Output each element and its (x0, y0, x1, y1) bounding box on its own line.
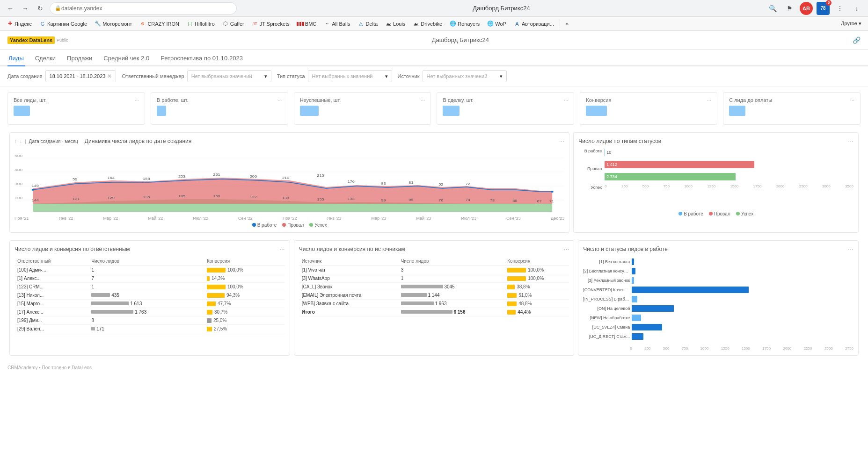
tab-sredniy-chek[interactable]: Средний чек 2.0 (102, 51, 150, 66)
share-button[interactable]: 🔗 (853, 36, 861, 44)
line-chart-legend: В работе Провал Успех (15, 222, 564, 228)
kpi-lead-to-payment-value (729, 106, 854, 116)
filter-source-label: Источник (398, 73, 420, 79)
svg-text:133: 133 (348, 197, 355, 201)
hiflo-icon: H (187, 21, 193, 27)
kpi-unsuccessful-menu[interactable]: ··· (421, 97, 425, 103)
bookmark-google-images[interactable]: G Картинки Google (36, 20, 90, 28)
bookmark-button[interactable]: ⚑ (783, 2, 796, 15)
svg-point-43 (551, 191, 554, 193)
table-row: [1] Алекс... 7 14,3% (15, 274, 285, 283)
svg-text:52: 52 (438, 183, 444, 187)
search-button[interactable]: 🔍 (766, 2, 779, 15)
download-button[interactable]: ↓ (850, 2, 863, 15)
filter-status-input[interactable]: Нет выбранных значений ▾ (308, 70, 392, 82)
bookmark-hiflofiltro[interactable]: H Hiflofiltro (184, 20, 218, 28)
datalens-header: Yandex DataLens Public Дашборд Битрикс24… (0, 31, 868, 50)
filter-manager-group: Ответственный менеджер Нет выбранных зна… (122, 70, 271, 82)
svg-text:155: 155 (317, 198, 324, 201)
bookmark-more[interactable]: » (563, 20, 571, 28)
tab-retrospektiva[interactable]: Ретроспектива по 01.10.2023 (160, 51, 244, 66)
bookmark-all-balls[interactable]: ~ All Balls (321, 20, 353, 28)
kpi-all-leads-menu[interactable]: ··· (135, 97, 139, 103)
line-chart: 500 400 300 100 149 59 164 158 253 261 2… (15, 149, 564, 214)
bookmark-motoremonte[interactable]: 🔧 Моторемонт (92, 20, 135, 28)
col-conversion[interactable]: Конверсия (204, 257, 285, 266)
bookmark-galfer[interactable]: ⬡ Galfer (219, 20, 247, 28)
col-conversion-src[interactable]: Конверсия (504, 257, 569, 266)
bookmark-drivebike[interactable]: 🏍 Drivebike (410, 20, 445, 28)
filter-date-input[interactable]: 18.10.2021 - 18.10.2023 ✕ (45, 70, 117, 82)
more-button[interactable]: ⋮ (833, 2, 846, 15)
svg-text:261: 261 (213, 173, 220, 177)
filter-manager-input[interactable]: Нет выбранных значений ▾ (187, 70, 271, 82)
filter-source-group: Источник Нет выбранных значений ▾ (398, 70, 507, 82)
status-bar-row: [ON] На целевой (583, 305, 853, 312)
status-bar-chart-menu[interactable]: ··· (848, 137, 853, 145)
table-row: [123] CRM... 1 100,0% (15, 283, 285, 291)
svg-text:76: 76 (438, 199, 444, 202)
kpi-deal-menu[interactable]: ··· (564, 97, 568, 103)
line-chart-sort-up[interactable]: ↑ (15, 139, 17, 144)
bookmark-jt-sprockets[interactable]: JT JT Sprockets (249, 20, 292, 28)
datalens-logo: Yandex DataLens (7, 36, 55, 44)
svg-text:121: 121 (73, 197, 80, 201)
line-chart-menu[interactable]: ··· (559, 137, 565, 145)
footer-text: CRMAcademy • Пос троено в DataLens (7, 365, 92, 370)
google-icon: G (39, 21, 46, 27)
status-leads-chart-menu[interactable]: ··· (848, 245, 853, 253)
bookmark-ronayers[interactable]: 🌐 Ronayers (447, 20, 482, 28)
reload-button[interactable]: ↻ (35, 3, 46, 14)
bookmark-yandex[interactable]: ✚ Яндекс (4, 20, 35, 28)
profile-button[interactable]: AB (800, 2, 813, 15)
kpi-deal: В сделку, шт. ··· (437, 92, 574, 125)
table-row: [13] Никол... 435 94,3% (15, 291, 285, 300)
svg-text:149: 149 (32, 184, 39, 188)
filters-row: Дата создания 18.10.2021 - 18.10.2023 ✕ … (0, 66, 868, 86)
browser-title: Дашборд Битрикс24 (241, 5, 762, 12)
tab-lidy[interactable]: Лиды (7, 51, 25, 66)
kpi-lead-to-payment-menu[interactable]: ··· (850, 97, 854, 103)
extension-button[interactable]: 78 5 (817, 2, 830, 15)
col-responsible[interactable]: Ответственный (15, 257, 88, 266)
kpi-all-leads-title: Все лиды, шт. (14, 97, 47, 103)
line-chart-subtitle: Дата создания - месяц (29, 139, 78, 144)
table-sources-menu[interactable]: ··· (564, 245, 569, 253)
table-sources: Источник Число лидов Конверсия [1] Vivo … (299, 257, 569, 316)
status-bar-chart-panel: Число лидов по типам статусов ··· В рабо… (573, 132, 859, 233)
bookmark-other[interactable]: Другое ▾ (838, 20, 864, 28)
browser-icons: 🔍 ⚑ AB 78 5 ⋮ ↓ (766, 2, 863, 15)
bookmark-crazy-iron[interactable]: ⚙ CRAZY IRON (137, 20, 182, 28)
bookmark-avtoriz[interactable]: A Авторизаци... (511, 20, 557, 28)
status-bar-row: [2] Бесплатная консультация (583, 268, 853, 274)
tab-prodazhi[interactable]: Продажи (66, 51, 93, 66)
col-leads-count-src[interactable]: Число лидов (398, 257, 505, 266)
address-bar[interactable]: 🔒 datalens.yandex (50, 2, 237, 14)
bookmark-wop[interactable]: 🌐 WoP (484, 20, 509, 28)
filter-status-group: Тип статуса Нет выбранных значений ▾ (277, 70, 392, 82)
kpi-in-work-menu[interactable]: ··· (277, 97, 282, 103)
svg-text:176: 176 (348, 180, 355, 184)
line-chart-sort-down[interactable]: ↓ (20, 139, 22, 144)
filter-date-clear[interactable]: ✕ (107, 73, 112, 79)
table-row: Итого 6 156 44,4% (299, 308, 569, 316)
bookmark-delta[interactable]: △ Delta (355, 20, 380, 28)
bookmark-louis[interactable]: 🏍 Louis (382, 20, 408, 28)
col-source[interactable]: Источник (299, 257, 398, 266)
svg-text:74: 74 (466, 198, 471, 202)
kpi-conversion-menu[interactable]: ··· (707, 97, 711, 103)
table-row: [199] Дми... 8 25,0% (15, 316, 285, 325)
bookmark-divider (560, 20, 560, 28)
back-button[interactable]: ← (5, 3, 16, 14)
status-leads-chart-panel: Число и статусы лидов в работе ··· [1] Б… (578, 240, 859, 356)
tab-sdelki[interactable]: Сделки (34, 51, 57, 66)
table-managers-menu[interactable]: ··· (279, 245, 285, 253)
filter-source-input[interactable]: Нет выбранных значений ▾ (423, 70, 507, 82)
table-row: [WEB] Заявка с сайта 1 963 48,8% (299, 300, 569, 308)
bookmark-bmc[interactable]: ▮▮▮ BMC (294, 20, 319, 28)
table-sources-panel: Число лидов и конверсия по источникам ··… (294, 240, 575, 356)
col-leads-count[interactable]: Число лидов (88, 257, 204, 266)
filter-date-label: Дата создания (7, 73, 43, 79)
charts-row-2: Число лидов и конверсия по ответственным… (0, 238, 868, 361)
forward-button[interactable]: → (20, 3, 31, 14)
